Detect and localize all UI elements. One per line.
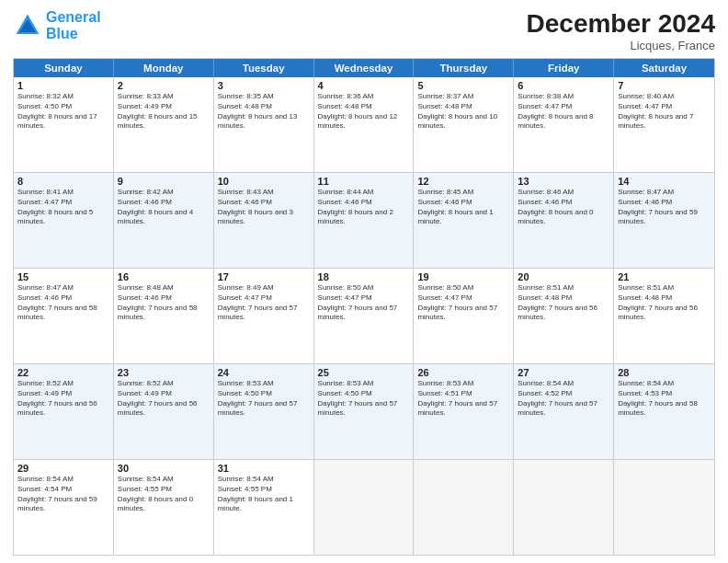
cal-cell-r3c6: 20 Sunrise: 8:51 AMSunset: 4:48 PMDaylig… (514, 269, 614, 363)
cell-info: Sunrise: 8:35 AMSunset: 4:48 PMDaylight:… (218, 92, 310, 132)
cal-cell-r1c6: 6 Sunrise: 8:38 AMSunset: 4:47 PMDayligh… (514, 77, 614, 172)
cal-cell-r5c3: 31 Sunrise: 8:54 AMSunset: 4:55 PMDaylig… (214, 460, 314, 555)
day-number: 15 (17, 271, 109, 282)
day-number: 5 (417, 80, 509, 91)
day-number: 8 (17, 176, 109, 187)
cal-cell-r1c3: 3 Sunrise: 8:35 AMSunset: 4:48 PMDayligh… (214, 77, 314, 172)
cell-info: Sunrise: 8:47 AMSunset: 4:46 PMDaylight:… (618, 188, 711, 227)
day-number: 12 (417, 176, 509, 187)
cal-cell-r3c5: 19 Sunrise: 8:50 AMSunset: 4:47 PMDaylig… (414, 269, 514, 363)
day-number: 16 (118, 271, 210, 282)
day-number: 20 (518, 271, 609, 282)
day-number: 24 (218, 367, 310, 378)
cell-info: Sunrise: 8:52 AMSunset: 4:49 PMDaylight:… (17, 379, 109, 419)
cell-info: Sunrise: 8:36 AMSunset: 4:48 PMDaylight:… (318, 92, 410, 132)
cal-cell-r5c6 (514, 460, 614, 555)
calendar: SundayMondayTuesdayWednesdayThursdayFrid… (13, 58, 715, 556)
cal-cell-r1c7: 7 Sunrise: 8:40 AMSunset: 4:47 PMDayligh… (614, 77, 714, 172)
calendar-row-4: 22 Sunrise: 8:52 AMSunset: 4:49 PMDaylig… (14, 363, 714, 459)
cal-cell-r3c7: 21 Sunrise: 8:51 AMSunset: 4:48 PMDaylig… (614, 269, 714, 363)
day-number: 28 (618, 367, 711, 378)
day-number: 10 (218, 176, 310, 187)
header: GeneralBlue December 2024 Licques, Franc… (13, 9, 715, 52)
cal-cell-r3c2: 16 Sunrise: 8:48 AMSunset: 4:46 PMDaylig… (114, 269, 214, 363)
day-number: 21 (618, 271, 711, 282)
cell-info: Sunrise: 8:47 AMSunset: 4:46 PMDaylight:… (17, 283, 109, 323)
cal-cell-r2c4: 11 Sunrise: 8:44 AMSunset: 4:46 PMDaylig… (314, 173, 415, 268)
cal-cell-r5c5 (414, 460, 514, 555)
cal-cell-r3c3: 17 Sunrise: 8:49 AMSunset: 4:47 PMDaylig… (214, 269, 314, 363)
cal-cell-r1c2: 2 Sunrise: 8:33 AMSunset: 4:49 PMDayligh… (114, 77, 214, 172)
cell-info: Sunrise: 8:54 AMSunset: 4:55 PMDaylight:… (118, 475, 210, 514)
logo-text: GeneralBlue (46, 9, 101, 41)
cal-cell-r5c7 (614, 460, 714, 555)
cell-info: Sunrise: 8:54 AMSunset: 4:54 PMDaylight:… (17, 475, 109, 514)
cal-cell-r2c1: 8 Sunrise: 8:41 AMSunset: 4:47 PMDayligh… (14, 173, 114, 268)
cal-cell-r5c1: 29 Sunrise: 8:54 AMSunset: 4:54 PMDaylig… (14, 460, 114, 555)
day-number: 2 (118, 80, 210, 91)
header-day-thursday: Thursday (414, 59, 514, 77)
day-number: 23 (118, 367, 210, 378)
logo-icon (13, 11, 42, 40)
day-number: 7 (618, 80, 711, 91)
cell-info: Sunrise: 8:50 AMSunset: 4:47 PMDaylight:… (417, 283, 509, 323)
day-number: 31 (218, 463, 310, 474)
cell-info: Sunrise: 8:51 AMSunset: 4:48 PMDaylight:… (518, 283, 609, 323)
day-number: 9 (118, 176, 210, 187)
day-number: 3 (218, 80, 310, 91)
cell-info: Sunrise: 8:48 AMSunset: 4:46 PMDaylight:… (118, 283, 210, 323)
header-day-wednesday: Wednesday (314, 59, 415, 77)
cell-info: Sunrise: 8:54 AMSunset: 4:53 PMDaylight:… (618, 379, 711, 419)
calendar-header: SundayMondayTuesdayWednesdayThursdayFrid… (14, 59, 714, 77)
day-number: 26 (417, 367, 509, 378)
cell-info: Sunrise: 8:54 AMSunset: 4:55 PMDaylight:… (218, 475, 310, 514)
day-number: 6 (518, 80, 609, 91)
calendar-row-5: 29 Sunrise: 8:54 AMSunset: 4:54 PMDaylig… (14, 459, 714, 555)
cell-info: Sunrise: 8:40 AMSunset: 4:47 PMDaylight:… (618, 92, 711, 132)
cell-info: Sunrise: 8:33 AMSunset: 4:49 PMDaylight:… (118, 92, 210, 132)
cal-cell-r2c2: 9 Sunrise: 8:42 AMSunset: 4:46 PMDayligh… (114, 173, 214, 268)
day-number: 17 (218, 271, 310, 282)
cal-cell-r4c6: 27 Sunrise: 8:54 AMSunset: 4:52 PMDaylig… (514, 364, 614, 459)
cal-cell-r2c7: 14 Sunrise: 8:47 AMSunset: 4:46 PMDaylig… (614, 173, 714, 268)
calendar-row-1: 1 Sunrise: 8:32 AMSunset: 4:50 PMDayligh… (14, 77, 714, 172)
cell-info: Sunrise: 8:53 AMSunset: 4:50 PMDaylight:… (318, 379, 410, 419)
day-number: 11 (318, 176, 410, 187)
day-number: 30 (118, 463, 210, 474)
cal-cell-r2c3: 10 Sunrise: 8:43 AMSunset: 4:46 PMDaylig… (214, 173, 314, 268)
cell-info: Sunrise: 8:52 AMSunset: 4:49 PMDaylight:… (118, 379, 210, 419)
cal-cell-r5c2: 30 Sunrise: 8:54 AMSunset: 4:55 PMDaylig… (114, 460, 214, 555)
day-number: 19 (417, 271, 509, 282)
header-day-saturday: Saturday (614, 59, 714, 77)
cal-cell-r4c3: 24 Sunrise: 8:53 AMSunset: 4:50 PMDaylig… (214, 364, 314, 459)
cal-cell-r1c4: 4 Sunrise: 8:36 AMSunset: 4:48 PMDayligh… (314, 77, 415, 172)
cell-info: Sunrise: 8:43 AMSunset: 4:46 PMDaylight:… (218, 188, 310, 227)
page: GeneralBlue December 2024 Licques, Franc… (0, 0, 728, 563)
cal-cell-r2c6: 13 Sunrise: 8:46 AMSunset: 4:46 PMDaylig… (514, 173, 614, 268)
calendar-row-3: 15 Sunrise: 8:47 AMSunset: 4:46 PMDaylig… (14, 268, 714, 363)
cell-info: Sunrise: 8:44 AMSunset: 4:46 PMDaylight:… (318, 188, 410, 227)
day-number: 1 (17, 80, 109, 91)
header-day-sunday: Sunday (14, 59, 114, 77)
calendar-body: 1 Sunrise: 8:32 AMSunset: 4:50 PMDayligh… (14, 77, 714, 555)
cal-cell-r1c1: 1 Sunrise: 8:32 AMSunset: 4:50 PMDayligh… (14, 77, 114, 172)
day-number: 27 (518, 367, 609, 378)
day-number: 4 (318, 80, 410, 91)
cal-cell-r1c5: 5 Sunrise: 8:37 AMSunset: 4:48 PMDayligh… (414, 77, 514, 172)
cell-info: Sunrise: 8:53 AMSunset: 4:51 PMDaylight:… (417, 379, 509, 419)
location: Licques, France (527, 39, 715, 52)
cal-cell-r4c4: 25 Sunrise: 8:53 AMSunset: 4:50 PMDaylig… (314, 364, 415, 459)
title-block: December 2024 Licques, France (527, 9, 715, 52)
cal-cell-r4c5: 26 Sunrise: 8:53 AMSunset: 4:51 PMDaylig… (414, 364, 514, 459)
day-number: 29 (17, 463, 109, 474)
day-number: 18 (318, 271, 410, 282)
cell-info: Sunrise: 8:53 AMSunset: 4:50 PMDaylight:… (218, 379, 310, 419)
cell-info: Sunrise: 8:51 AMSunset: 4:48 PMDaylight:… (618, 283, 711, 323)
header-day-monday: Monday (114, 59, 214, 77)
cell-info: Sunrise: 8:50 AMSunset: 4:47 PMDaylight:… (318, 283, 410, 323)
day-number: 14 (618, 176, 711, 187)
cell-info: Sunrise: 8:49 AMSunset: 4:47 PMDaylight:… (218, 283, 310, 323)
day-number: 13 (518, 176, 609, 187)
header-day-tuesday: Tuesday (214, 59, 314, 77)
cal-cell-r3c1: 15 Sunrise: 8:47 AMSunset: 4:46 PMDaylig… (14, 269, 114, 363)
